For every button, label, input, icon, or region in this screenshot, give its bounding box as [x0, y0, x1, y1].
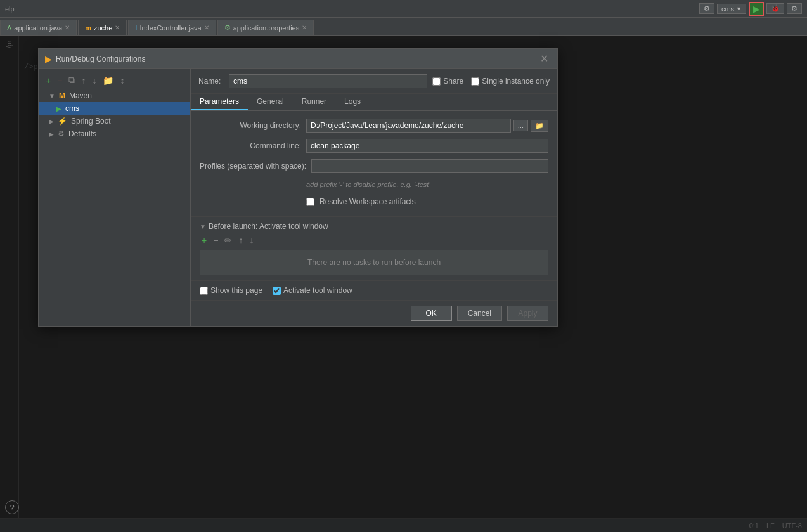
help-menu[interactable]: elp	[5, 5, 15, 13]
dialog-footer: OK Cancel Apply	[191, 300, 557, 326]
before-launch-toolbar: + − ✏ ↑ ↓	[200, 235, 548, 246]
tree-item-defaults[interactable]: ▶ ⚙ Defaults	[39, 127, 190, 140]
tree-item-label: Spring Boot	[71, 117, 111, 126]
tab-runner[interactable]: Runner	[293, 94, 335, 110]
tree-item-label: cms	[65, 104, 79, 113]
share-checkbox-label[interactable]: Share	[432, 77, 463, 86]
name-row-options: Share Single instance only	[432, 77, 550, 86]
tab-label: application.properties	[233, 24, 300, 32]
cms-run-icon: ▶	[56, 105, 61, 112]
index-controller-icon: I	[135, 24, 137, 32]
tab-label: IndexController.java	[139, 24, 201, 32]
dialog-overlay: ▶ Run/Debug Configurations ✕ + − ⧉ ↑ ↓ 📁	[0, 36, 807, 532]
dialog-close-button[interactable]: ✕	[538, 53, 551, 65]
working-directory-label: Working directory:	[200, 119, 301, 130]
share-label: Share	[443, 77, 463, 86]
tab-application-java[interactable]: A application.java ✕	[0, 20, 77, 35]
profiles-field-group	[311, 159, 548, 173]
maven-icon: M	[59, 91, 65, 100]
show-page-option[interactable]: Show this page	[200, 286, 262, 295]
before-launch-remove-btn[interactable]: −	[211, 235, 220, 246]
resolve-workspace-checkbox[interactable]	[306, 198, 314, 206]
config-tabs: Parameters General Runner Logs	[191, 94, 557, 111]
spring-boot-icon: ⚡	[58, 117, 67, 126]
remove-config-button[interactable]: −	[55, 75, 64, 86]
tab-logs[interactable]: Logs	[335, 94, 370, 110]
profiles-label: Profiles (separated with space):	[200, 159, 306, 171]
tree-item-spring-boot[interactable]: ▶ ⚡ Spring Boot	[39, 115, 190, 127]
tab-zuche[interactable]: m zuche ✕	[78, 20, 127, 35]
debug-btn[interactable]: 🐞	[766, 3, 784, 14]
single-instance-checkbox-label[interactable]: Single instance only	[471, 77, 550, 86]
show-page-label: Show this page	[210, 286, 262, 295]
working-directory-browse-btn[interactable]: ...	[513, 120, 528, 131]
tab-label: application.java	[14, 24, 62, 32]
activate-tool-checkbox[interactable]	[273, 287, 281, 295]
sort-button[interactable]: ↕	[118, 75, 126, 86]
tree-item-maven[interactable]: ▼ M Maven	[39, 89, 190, 102]
folder-icon: 📁	[535, 122, 544, 130]
move-down-button[interactable]: ↓	[90, 75, 98, 86]
before-launch-edit-btn[interactable]: ✏	[223, 235, 234, 246]
top-bar-right: ⚙ cms ▼ ▶ 🐞 ⚙	[699, 2, 802, 16]
debug-icon: 🐞	[771, 4, 780, 13]
no-tasks-message: There are no tasks to run before launch	[307, 258, 441, 267]
single-instance-checkbox[interactable]	[471, 77, 479, 86]
tab-close-icon[interactable]: ✕	[65, 24, 70, 31]
working-directory-input[interactable]	[306, 119, 511, 133]
help-icon[interactable]: ?	[5, 500, 19, 514]
tab-close-icon[interactable]: ✕	[204, 24, 209, 31]
tree-panel: + − ⧉ ↑ ↓ 📁 ↕ ▼ M Maven	[39, 69, 191, 326]
cms-run-config-btn[interactable]: cms ▼	[717, 4, 746, 14]
config-panel: Name: Share Single instance only	[191, 69, 557, 326]
command-line-input[interactable]	[306, 139, 548, 153]
before-launch-title[interactable]: Before launch: Activate tool window	[209, 222, 328, 231]
dialog-body: + − ⧉ ↑ ↓ 📁 ↕ ▼ M Maven	[39, 69, 557, 326]
run-play-icon: ▶	[753, 4, 760, 14]
before-launch-down-btn[interactable]: ↓	[247, 235, 255, 246]
show-page-checkbox[interactable]	[200, 287, 208, 295]
before-launch-add-btn[interactable]: +	[200, 235, 209, 246]
before-launch-header: ▼ Before launch: Activate tool window	[200, 222, 548, 231]
run-button[interactable]: ▶	[749, 2, 764, 16]
before-launch-up-btn[interactable]: ↑	[236, 235, 245, 246]
ok-button[interactable]: OK	[411, 306, 452, 321]
add-config-button[interactable]: +	[44, 75, 53, 86]
bottom-options: Show this page Activate tool window	[191, 280, 557, 300]
zuche-icon: m	[85, 24, 91, 32]
command-line-label: Command line:	[200, 139, 301, 150]
working-directory-row: Working directory: ... 📁	[200, 119, 548, 133]
tab-general[interactable]: General	[248, 94, 293, 110]
dialog-title-text: ▶ Run/Debug Configurations	[45, 54, 145, 64]
tree-toolbar: + − ⧉ ↑ ↓ 📁 ↕	[39, 72, 190, 89]
tab-close-icon[interactable]: ✕	[302, 24, 307, 31]
tab-parameters[interactable]: Parameters	[191, 94, 248, 110]
dialog-title-bar: ▶ Run/Debug Configurations ✕	[39, 49, 557, 69]
settings-icon: ⚙	[704, 4, 710, 13]
working-directory-folder-btn[interactable]: 📁	[531, 120, 548, 132]
folder-button[interactable]: 📁	[101, 75, 115, 86]
move-up-button[interactable]: ↑	[79, 75, 87, 86]
resolve-workspace-label: Resolve Workspace artifacts	[320, 197, 416, 206]
profiles-input[interactable]	[311, 159, 548, 173]
cms-label: cms	[721, 5, 734, 13]
settings-toolbar-btn[interactable]: ⚙	[699, 3, 714, 14]
copy-config-button[interactable]: ⧉	[67, 74, 77, 86]
extra-settings-btn[interactable]: ⚙	[787, 3, 802, 14]
tree-item-cms[interactable]: ▶ cms	[39, 102, 190, 115]
dropdown-arrow-icon: ▼	[736, 6, 742, 12]
before-launch-arrow-icon: ▼	[200, 223, 206, 230]
apply-button[interactable]: Apply	[507, 306, 548, 321]
command-line-row: Command line:	[200, 139, 548, 153]
tab-close-icon[interactable]: ✕	[115, 24, 120, 31]
name-input[interactable]	[229, 74, 427, 88]
share-checkbox[interactable]	[432, 77, 441, 86]
name-field-label: Name:	[198, 77, 224, 86]
help-icon-area: ?	[5, 500, 19, 514]
tab-application-properties[interactable]: ⚙ application.properties ✕	[217, 20, 314, 35]
dialog-title-label: Run/Debug Configurations	[56, 55, 145, 63]
cancel-button[interactable]: Cancel	[457, 306, 502, 321]
tab-index-controller[interactable]: I IndexController.java ✕	[128, 20, 216, 35]
tree-arrow-icon: ▼	[49, 93, 55, 100]
activate-tool-option[interactable]: Activate tool window	[273, 286, 352, 295]
